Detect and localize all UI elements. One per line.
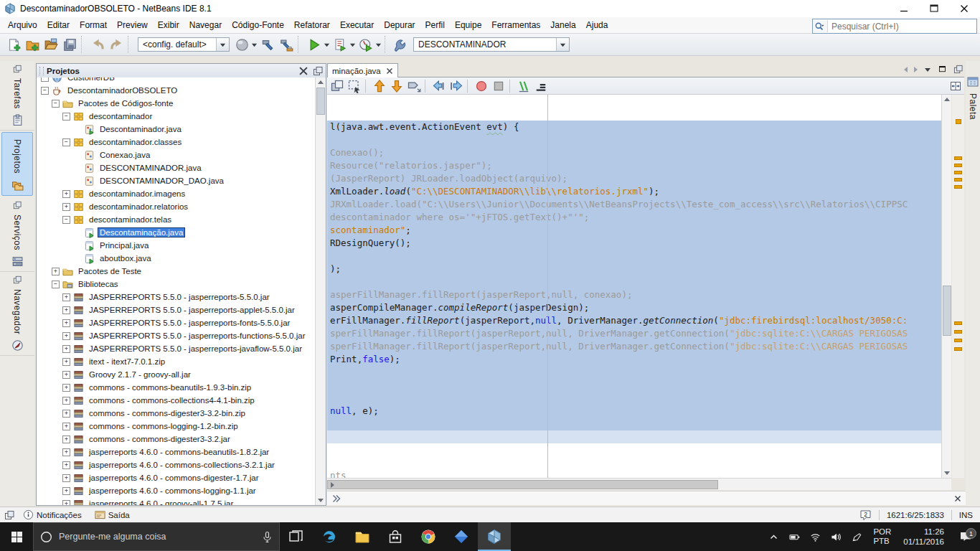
tree-item[interactable]: −descontaminador [37,110,316,123]
profile-button[interactable] [357,35,375,54]
menu-editar[interactable]: Editar [42,18,75,32]
tree-item-label[interactable]: JASPERREPORTS 5.5.0 - jasperreports-font… [88,319,291,327]
config-select[interactable]: <config. default> [138,37,230,52]
code-line[interactable] [327,430,941,443]
code-line[interactable]: JRXmlLoader.load("C:\\Users\\Junior\\Doc… [327,198,941,211]
run-dropdown[interactable] [324,35,331,54]
scroll-up-icon[interactable] [943,95,951,104]
dock-label-navegador[interactable]: Navegador [12,289,22,334]
tree-item-label[interactable]: itext - itext7-7.0.1.zip [88,357,166,366]
code-line[interactable]: sperFillManager.fillReport(jasperReport,… [327,327,941,340]
last-edited-icon[interactable] [330,79,344,93]
code-line[interactable] [327,276,941,288]
tree-item[interactable]: +commons - commons-logging-1.2-bin.zip [37,420,316,433]
tab-scroll-left-icon[interactable] [904,67,908,72]
clock[interactable]: 11:26 01/11/2016 [897,527,950,547]
tab-close-icon[interactable] [386,67,393,75]
projects-panel-header[interactable]: Projetos [37,64,326,78]
tray-expand-button[interactable] [764,522,783,551]
tree-item-label[interactable]: commons - commons-collections4-4.1-bin.z… [88,396,256,405]
bottom-bar-close-icon[interactable] [954,495,961,502]
tree-item[interactable]: +JASPERREPORTS 5.5.0 - jasperreports-app… [37,303,316,316]
projects-scrollbar[interactable] [315,77,326,505]
next-bookmark-icon[interactable] [407,79,421,93]
taskbar-app-netbeans[interactable] [478,522,511,551]
tree-item[interactable]: +JASPERREPORTS 5.5.0 - jasperreports-fon… [37,316,316,329]
tree-item-label[interactable]: Pacotes de Códigos-fonte [77,99,174,108]
tree-item[interactable]: Descontaminador.java [37,123,316,136]
shift-left-icon[interactable] [432,79,446,93]
code-line[interactable] [327,392,941,405]
tab-list-icon[interactable] [924,66,931,73]
error-stripe[interactable] [952,95,964,478]
chevron-down-icon[interactable] [556,38,569,51]
build-button[interactable] [258,35,277,54]
code-line[interactable] [327,366,941,379]
menu-refatorar[interactable]: Refatorar [289,18,335,32]
tree-item[interactable]: Principal.java [37,239,316,252]
statusbar-dock-icon[interactable] [4,510,14,520]
tree-item-label[interactable]: Descontaminador.java [98,125,183,133]
tree-item[interactable]: DESCONTAMINADOR.java [37,161,316,174]
tree-item[interactable]: +jasperreports 4.6.0 - groovy-all-1.7.5.… [37,497,316,505]
split-window-icon[interactable] [950,80,961,92]
dock-tab-servicos[interactable]: Serviços [0,197,34,272]
tree-item-label[interactable]: jasperreports 4.6.0 - groovy-all-1.7.5.j… [88,499,235,505]
output-tab[interactable]: Saída [90,509,134,521]
tree-item[interactable]: Conexao.java [37,149,316,161]
tree-item-label[interactable]: descontaminador.telas [88,215,173,224]
tree-item-label[interactable]: Conexao.java [98,151,151,159]
tree-item-label[interactable]: aboutbox.java [98,254,153,263]
code-line[interactable]: RDesignQuery(); [327,237,941,250]
code-line[interactable]: Print,false); [327,353,941,366]
expand-icon[interactable]: + [62,423,70,430]
menu-perfil[interactable]: Perfil [420,18,450,32]
tree-item[interactable]: +jasperreports 4.6.0 - commons-collectio… [37,458,316,471]
minimize-button[interactable] [898,3,910,14]
tree-item-label[interactable]: Groovy 2.1.7 - groovy-all.jar [88,370,192,379]
scroll-up-icon[interactable] [316,77,325,87]
tree-item-label[interactable]: JASPERREPORTS 5.5.0 - jasperreports-appl… [88,306,296,314]
expand-icon[interactable]: + [52,268,60,276]
tree-item-label[interactable]: Bibliotecas [77,280,120,288]
code-line[interactable]: erFillManager.fillReport(jasperReport,nu… [327,314,941,327]
code-line[interactable] [327,443,941,456]
panel-close-icon[interactable] [298,66,308,76]
tree-item[interactable]: −descontaminador.classes [37,136,316,149]
menu-format[interactable]: Format [75,18,112,32]
tree-item-label[interactable]: DESCONTAMINADOR.java [98,164,203,172]
code-line[interactable]: scontaminador"; [327,224,941,237]
code-line[interactable]: nts [327,469,941,478]
taskbar-app-store[interactable] [379,522,412,551]
menu-ajuda[interactable]: Ajuda [581,18,613,32]
tree-item[interactable]: −Bibliotecas [37,278,316,291]
panel-float-icon[interactable] [313,66,323,76]
chevron-down-icon[interactable] [216,38,229,51]
dock-tab-tarefas[interactable]: Tarefas [0,61,34,131]
collapse-icon[interactable]: − [52,100,60,108]
code-line[interactable] [327,95,941,108]
tree-item[interactable]: +jasperreports 4.6.0 - commons-logging-1… [37,484,316,497]
notifications-tab[interactable]: Notificações [19,509,86,521]
open-project-button[interactable] [42,35,60,54]
code-line[interactable]: Resource("relatorios.jasper"); [327,159,941,172]
task-view-button[interactable] [280,522,313,551]
tree-item[interactable]: Descontaminação.java [37,226,316,239]
webstart-dropdown[interactable] [251,35,258,54]
expand-chevrons-icon[interactable] [331,494,341,504]
expand-icon[interactable]: + [62,384,70,392]
tree-item-label[interactable]: commons - commons-logging-1.2-bin.zip [88,422,240,430]
expand-icon[interactable]: + [62,461,70,469]
taskbar-app-gem[interactable] [445,522,478,551]
collapse-icon[interactable]: − [62,138,70,146]
microphone-icon[interactable] [262,531,273,543]
tree-item[interactable]: +jasperreports 4.6.0 - commons-beanutils… [37,446,316,458]
code-line[interactable]: asperFillManager.fillReport(jasperReport… [327,288,941,301]
code-line[interactable]: null, e); [327,405,941,418]
menu-navegar[interactable]: Navegar [184,18,227,32]
search-icon[interactable] [813,20,828,32]
expand-icon[interactable]: + [62,410,70,418]
code-line[interactable]: XmlLoader.load("C:\\DESCONTAMINADOR\\lib… [327,185,941,198]
webstart-button[interactable] [232,35,251,54]
editor-vscrollbar[interactable] [941,95,951,478]
